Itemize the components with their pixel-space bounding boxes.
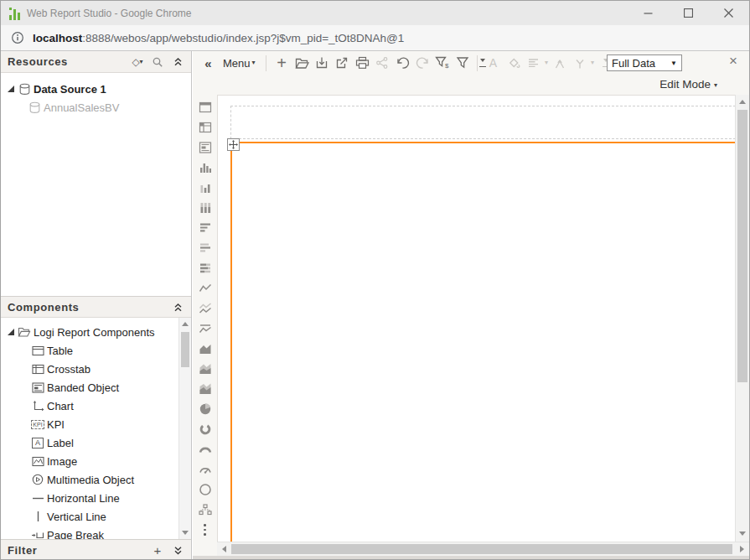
crosstab-icon (31, 363, 44, 376)
scrollbar-thumb[interactable] (231, 544, 732, 554)
more-components-icon[interactable] (198, 522, 213, 537)
component-item-banded-object[interactable]: Banded Object (1, 378, 191, 397)
sidebar: Resources ◇▾ Data Source 1 AnnualSalesBV (1, 51, 192, 559)
split-button[interactable] (571, 53, 588, 73)
main-area: « Menu▾ + $ A (193, 51, 749, 559)
component-item-label[interactable]: A Label (1, 433, 191, 452)
vertical-line-icon (31, 511, 44, 523)
benchmark-horizontal-bar-icon[interactable] (198, 241, 213, 256)
export-button[interactable] (334, 53, 351, 73)
report-canvas[interactable] (217, 95, 735, 542)
select-caret-icon: ▼ (670, 60, 677, 67)
line-chart-icon[interactable] (198, 281, 213, 296)
filter-button[interactable] (454, 53, 472, 73)
scroll-down-icon[interactable] (736, 527, 749, 540)
search-icon[interactable] (151, 55, 164, 69)
expander-icon[interactable] (8, 329, 14, 335)
resources-title: Resources (8, 55, 68, 68)
data-mode-select[interactable]: Full Data ▼ (607, 54, 682, 71)
open-folder-button[interactable] (293, 53, 311, 73)
scroll-up-icon[interactable] (736, 96, 749, 108)
selected-band[interactable] (230, 142, 736, 542)
scrollbar-thumb[interactable] (181, 332, 189, 367)
circle-gauge-icon[interactable] (198, 482, 213, 497)
tree-item-business-view[interactable]: AnnualSalesBV (1, 98, 191, 117)
close-window-icon[interactable] (722, 8, 734, 19)
arc-gauge-icon[interactable] (198, 442, 213, 457)
collapse-sidebar-button[interactable]: « (199, 53, 217, 73)
donut-chart-icon[interactable] (198, 422, 213, 437)
font-button[interactable]: A (484, 53, 502, 73)
collapse-panel-up-icon[interactable] (171, 55, 184, 69)
data-filter-button[interactable]: $ (434, 53, 452, 73)
band-move-handle[interactable] (227, 138, 240, 151)
fill-color-button[interactable] (504, 53, 522, 73)
expander-icon[interactable] (8, 86, 14, 92)
scrollbar-thumb[interactable] (737, 110, 747, 382)
stacked-area-chart-icon[interactable] (198, 361, 213, 376)
scroll-right-icon[interactable] (736, 542, 748, 556)
edit-mode-menu[interactable]: Edit Mode▾ (659, 78, 717, 91)
align-caret-icon[interactable]: ▾ (545, 60, 548, 66)
needle-gauge-icon[interactable] (198, 462, 213, 477)
tree-item-data-source[interactable]: Data Source 1 (1, 80, 191, 98)
kpi-icon: KPI (31, 418, 44, 431)
redo-button[interactable] (414, 53, 432, 73)
benchmark-bar-chart-icon[interactable] (198, 180, 213, 195)
component-item-image[interactable]: Image (1, 452, 191, 470)
component-item-page-break[interactable]: Page Break (1, 526, 191, 539)
maximize-icon[interactable] (682, 8, 694, 19)
filter-panel-header: Filter + (1, 539, 191, 560)
component-item-table[interactable]: Table (1, 341, 191, 360)
mode-row: Edit Mode▾ (193, 75, 749, 95)
view-options-icon[interactable]: ◇▾ (131, 55, 144, 69)
new-report-button[interactable]: + (273, 53, 291, 73)
component-item-crosstab[interactable]: Crosstab (1, 360, 191, 378)
pie-chart-icon[interactable] (198, 402, 213, 417)
page-header-band[interactable] (230, 106, 736, 139)
image-icon (31, 455, 44, 468)
table-icon (31, 345, 44, 357)
org-chart-icon[interactable] (198, 502, 213, 517)
split-caret-icon[interactable]: ▾ (591, 60, 594, 66)
collapse-panel-up-icon[interactable] (171, 300, 184, 314)
share-button[interactable] (374, 53, 391, 73)
stacked-bar-chart-icon[interactable] (198, 200, 213, 215)
tree-item-logi-components[interactable]: Logi Report Components (1, 323, 191, 341)
svg-text:$: $ (445, 62, 449, 70)
expand-panel-down-icon[interactable] (171, 544, 184, 557)
minimize-icon[interactable] (642, 8, 654, 19)
component-item-chart[interactable]: Chart (1, 397, 191, 415)
horizontal-bar-chart-icon[interactable] (198, 220, 213, 236)
multimedia-icon (31, 474, 44, 486)
businessview-icon (28, 101, 41, 114)
add-filter-icon[interactable]: + (151, 544, 164, 557)
scroll-up-icon[interactable] (179, 318, 191, 330)
page-info-icon[interactable] (11, 31, 24, 44)
insert-table-icon[interactable] (198, 100, 213, 115)
components-scrollbar (178, 318, 191, 539)
menu-button[interactable]: Menu▾ (220, 53, 259, 73)
scroll-left-icon[interactable] (218, 542, 230, 556)
insert-banded-object-icon[interactable] (198, 140, 213, 155)
benchmark-area-chart-icon[interactable] (198, 381, 213, 397)
component-item-horizontal-line[interactable]: Horizontal Line (1, 489, 191, 507)
area-chart-icon[interactable] (198, 341, 213, 356)
align-button[interactable] (525, 53, 542, 73)
address-bar[interactable]: localhost:8888/webos/app/webstudio/index… (1, 25, 749, 51)
scroll-down-icon[interactable] (179, 526, 191, 539)
close-report-icon[interactable]: × (729, 53, 737, 70)
banded-object-icon (31, 381, 44, 394)
stacked-horizontal-bar-icon[interactable] (198, 261, 213, 276)
print-button[interactable] (354, 53, 371, 73)
insert-crosstab-icon[interactable] (198, 120, 213, 135)
save-button[interactable] (313, 53, 331, 73)
component-item-kpi[interactable]: KPI KPI (1, 415, 191, 433)
undo-button[interactable] (394, 53, 411, 73)
level-up-button[interactable] (551, 53, 568, 73)
component-item-multimedia-object[interactable]: Multimedia Object (1, 470, 191, 489)
bar-chart-icon[interactable] (198, 160, 213, 175)
component-item-vertical-line[interactable]: Vertical Line (1, 507, 191, 526)
multi-line-chart-icon[interactable] (198, 301, 213, 316)
benchmark-line-chart-icon[interactable] (198, 321, 213, 336)
